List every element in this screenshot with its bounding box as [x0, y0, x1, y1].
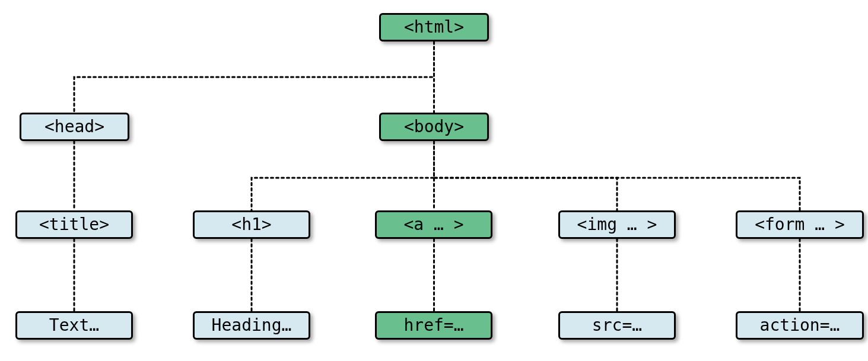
- node-form: <form … >: [736, 210, 864, 239]
- node-head: <head>: [20, 113, 129, 141]
- edge-body-img: [434, 141, 618, 210]
- node-html: <html>: [379, 13, 489, 41]
- node-text: Text…: [15, 311, 133, 340]
- node-body: <body>: [379, 113, 489, 141]
- edge-body-h1: [252, 141, 434, 210]
- tree-edges: [0, 0, 868, 361]
- node-heading: Heading…: [193, 311, 310, 340]
- node-action: action=…: [736, 311, 864, 340]
- node-href: href=…: [375, 311, 492, 340]
- node-title: <title>: [15, 210, 133, 239]
- node-src: src=…: [558, 311, 676, 340]
- node-h1: <h1>: [193, 210, 310, 239]
- node-img: <img … >: [558, 210, 676, 239]
- node-a: <a … >: [375, 210, 492, 239]
- edge-html-head: [74, 41, 434, 113]
